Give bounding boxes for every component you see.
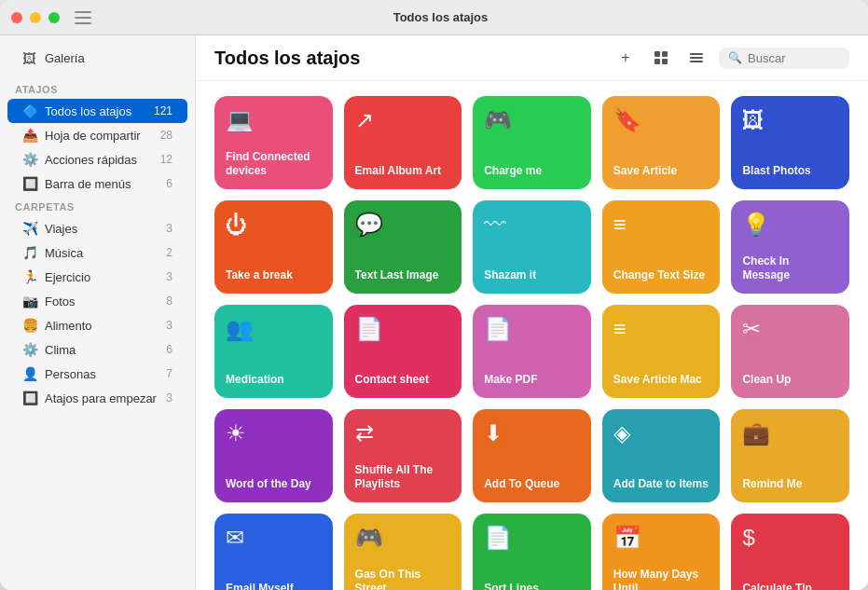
shortcut-label-save-article-mac: Save Article Mac <box>613 373 710 387</box>
svg-rect-2 <box>654 59 660 64</box>
ejercicio-label: Ejercicio <box>45 270 158 284</box>
shortcut-card-shazam-it[interactable]: 〰Shazam it <box>473 200 591 294</box>
sidebar-item-hoja[interactable]: 📤 Hoja de compartir 28 <box>7 123 187 147</box>
barra-icon: 🔲 <box>22 176 37 191</box>
search-icon: 🔍 <box>728 51 742 64</box>
shortcut-card-remind-me[interactable]: 💼Remind Me <box>731 409 849 502</box>
shortcut-label-text-last-image: Text Last Image <box>355 268 451 282</box>
sidebar-item-gallery[interactable]: 🖼 Galería <box>7 45 187 71</box>
shortcut-card-gas-on-street[interactable]: 🎮Gas On This Street <box>344 514 462 590</box>
shortcut-icon-remind-me: 💼 <box>742 420 838 446</box>
shortcut-card-calculate-tip[interactable]: $Calculate Tip <box>731 514 849 590</box>
search-input[interactable] <box>748 51 840 65</box>
list-view-button[interactable] <box>683 45 710 71</box>
sidebar-item-atajos-empezar[interactable]: 🔲 Atajos para empezar 3 <box>7 386 187 410</box>
shortcut-icon-word-of-day: ☀ <box>226 420 322 446</box>
shortcut-icon-calculate-tip: $ <box>742 525 838 551</box>
grid-view-button[interactable] <box>648 45 674 71</box>
viajes-count: 3 <box>166 222 172 235</box>
close-button[interactable] <box>11 12 22 23</box>
barra-label: Barra de menús <box>45 177 158 191</box>
main-header: Todos los atajos + <box>196 35 868 81</box>
shortcut-card-take-break[interactable]: ⏻Take a break <box>214 200 333 294</box>
shortcut-label-gas-on-street: Gas On This Street <box>355 568 451 590</box>
acciones-label: Acciones rápidas <box>45 153 153 167</box>
barra-count: 6 <box>166 177 172 190</box>
shortcut-icon-check-in-message: 💡 <box>742 212 838 238</box>
shortcut-card-email-myself[interactable]: ✉Email Myself <box>214 514 333 590</box>
clima-count: 6 <box>166 343 172 356</box>
shortcut-card-save-article[interactable]: 🔖Save Article <box>602 96 721 189</box>
musica-label: Música <box>45 246 158 260</box>
shortcut-card-check-in-message[interactable]: 💡Check In Message <box>731 200 849 294</box>
sidebar-item-viajes[interactable]: ✈️ Viajes 3 <box>7 216 187 240</box>
shortcut-card-blast-photos[interactable]: 🖼Blast Photos <box>731 96 849 189</box>
shortcut-icon-shuffle-playlists: ⇄ <box>355 420 451 446</box>
shortcut-card-text-last-image[interactable]: 💬Text Last Image <box>344 200 462 294</box>
shortcut-card-make-pdf[interactable]: 📄Make PDF <box>473 305 591 398</box>
shortcut-card-add-date-items[interactable]: ◈Add Date to Items <box>602 409 721 502</box>
shortcut-card-shuffle-playlists[interactable]: ⇄Shuffle All The Playlists <box>344 409 462 502</box>
grid-icon <box>654 50 668 65</box>
shortcut-label-email-album: Email Album Art <box>355 164 451 178</box>
search-box: 🔍 <box>719 48 849 69</box>
shortcut-icon-add-to-queue: ⬇ <box>484 420 580 446</box>
sidebar-item-clima[interactable]: ⚙️ Clima 6 <box>7 337 187 362</box>
sidebar-item-musica[interactable]: 🎵 Música 2 <box>7 240 187 265</box>
svg-rect-1 <box>662 51 668 57</box>
shortcut-label-blast-photos: Blast Photos <box>742 164 838 178</box>
shortcut-label-save-article: Save Article <box>613 164 710 178</box>
sidebar-item-acciones[interactable]: ⚙️ Acciones rápidas 12 <box>7 147 187 172</box>
shortcut-card-sort-lines[interactable]: 📄Sort Lines <box>473 514 591 590</box>
add-button[interactable]: + <box>613 45 639 71</box>
personas-icon: 👤 <box>22 366 37 381</box>
acciones-icon: ⚙️ <box>22 152 37 167</box>
shortcut-card-save-article-mac[interactable]: ≡Save Article Mac <box>602 305 721 398</box>
shortcut-card-contact-sheet[interactable]: 📄Contact sheet <box>344 305 462 398</box>
hoja-icon: 📤 <box>22 128 37 143</box>
shortcut-icon-save-article: 🔖 <box>613 107 710 133</box>
content-area: 🖼 Galería Atajos 🔷 Todos los atajos 121 … <box>0 35 868 590</box>
shortcut-icon-gas-on-street: 🎮 <box>355 525 451 551</box>
ejercicio-icon: 🏃 <box>22 269 37 284</box>
shortcut-card-change-text-size[interactable]: ≡Change Text Size <box>602 200 721 294</box>
musica-count: 2 <box>166 246 172 259</box>
shortcut-icon-email-album: ↗ <box>355 107 451 133</box>
alimento-icon: 🍔 <box>22 318 37 333</box>
shortcut-label-shazam-it: Shazam it <box>484 268 580 282</box>
shortcut-label-shuffle-playlists: Shuffle All The Playlists <box>355 463 451 491</box>
shortcut-label-check-in-message: Check In Message <box>742 254 838 282</box>
acciones-count: 12 <box>160 153 172 166</box>
svg-rect-6 <box>690 61 703 62</box>
shortcut-label-contact-sheet: Contact sheet <box>355 373 451 387</box>
sidebar-item-personas[interactable]: 👤 Personas 7 <box>7 362 187 386</box>
shortcut-card-clean-up[interactable]: ✂Clean Up <box>731 305 849 398</box>
shortcut-card-charge-me[interactable]: 🎮Charge me <box>473 96 591 189</box>
shortcut-card-medication[interactable]: 👥Medication <box>214 305 333 398</box>
hoja-count: 28 <box>160 129 172 142</box>
shortcut-card-word-of-day[interactable]: ☀Word of the Day <box>214 409 333 502</box>
shortcut-label-email-myself: Email Myself <box>226 582 322 590</box>
sidebar-item-fotos[interactable]: 📷 Fotos 8 <box>7 289 187 313</box>
sidebar-item-alimento[interactable]: 🍔 Alimento 3 <box>7 313 187 337</box>
shortcut-card-find-connected[interactable]: 💻Find Connected devices <box>214 96 333 189</box>
sidebar-item-todos[interactable]: 🔷 Todos los atajos 121 <box>7 99 187 123</box>
shortcut-icon-text-last-image: 💬 <box>355 212 451 238</box>
sidebar-item-barra[interactable]: 🔲 Barra de menús 6 <box>7 172 187 196</box>
window-title: Todos los atajos <box>24 10 857 24</box>
shortcut-icon-blast-photos: 🖼 <box>742 107 838 133</box>
todos-count: 121 <box>154 104 172 117</box>
shortcut-icon-change-text-size: ≡ <box>613 212 710 238</box>
sidebar-section-atajos: Atajos <box>0 78 195 99</box>
shortcut-label-make-pdf: Make PDF <box>484 373 580 387</box>
shortcut-card-add-to-queue[interactable]: ⬇Add To Queue <box>473 409 591 502</box>
shortcut-label-sort-lines: Sort Lines <box>484 582 580 590</box>
sidebar-item-ejercicio[interactable]: 🏃 Ejercicio 3 <box>7 265 187 289</box>
fotos-icon: 📷 <box>22 294 37 309</box>
shortcut-label-add-date-items: Add Date to Items <box>613 477 710 491</box>
shortcut-card-how-many-days[interactable]: 📅How Many Days Until <box>602 514 721 590</box>
shortcut-card-email-album[interactable]: ↗Email Album Art <box>344 96 462 189</box>
clima-icon: ⚙️ <box>22 342 37 357</box>
atajos-empezar-label: Atajos para empezar <box>45 391 158 405</box>
shortcut-icon-make-pdf: 📄 <box>484 316 580 342</box>
